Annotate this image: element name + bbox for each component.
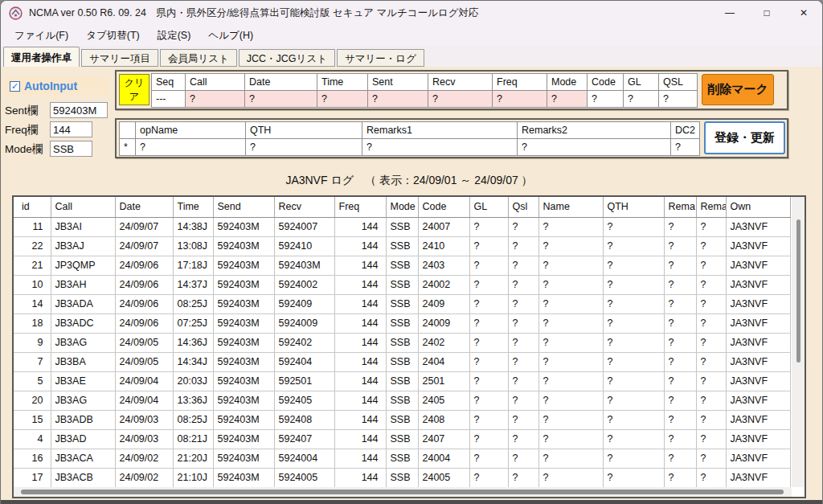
entry-col-freq: Freq bbox=[493, 74, 547, 91]
log-column-header-7[interactable]: Mode bbox=[386, 197, 418, 217]
log-caption: JA3NVF ログ （ 表示：24/09/01 ～ 24/09/07 ） bbox=[1, 174, 817, 188]
entry-cell-gl[interactable]: ? bbox=[624, 91, 659, 108]
detail-cell-dc2[interactable]: ? bbox=[671, 139, 700, 156]
detail-cell-remarks2[interactable]: ? bbox=[518, 139, 671, 156]
app-icon bbox=[9, 6, 23, 20]
detail-value-row: * ? ? ? ? ? bbox=[120, 139, 700, 156]
log-column-header-12[interactable]: QTH bbox=[603, 197, 664, 217]
window-close-button[interactable]: ✕ bbox=[785, 1, 822, 25]
table-row[interactable]: 14JB3ADA24/09/0608:25J592403M592409144SS… bbox=[14, 294, 790, 313]
log-column-header-5[interactable]: Recv bbox=[274, 197, 334, 217]
entry-col-qsl: QSL bbox=[659, 74, 698, 91]
delete-mark-button[interactable]: 削除マーク bbox=[702, 74, 774, 105]
log-column-header-2[interactable]: Date bbox=[115, 197, 173, 217]
freq-field-label: Freq欄 bbox=[5, 123, 38, 137]
freq-field-input[interactable] bbox=[50, 121, 92, 137]
sent-field-input[interactable] bbox=[50, 102, 108, 118]
menu-item-1[interactable]: タブ切替(T) bbox=[77, 26, 149, 46]
entry-col-date: Date bbox=[245, 74, 317, 91]
detail-col-marker bbox=[120, 122, 136, 139]
entry-col-code: Code bbox=[588, 74, 624, 91]
log-column-header-10[interactable]: Qsl bbox=[508, 197, 538, 217]
entry-col-time: Time bbox=[317, 74, 368, 91]
qso-entry-table: Seq Call Date Time Sent Recv Freq Mode C… bbox=[151, 73, 698, 108]
entry-cell-freq[interactable]: ? bbox=[493, 91, 547, 108]
tab-3[interactable]: JCC・JCGリスト bbox=[239, 49, 335, 67]
menu-item-0[interactable]: ファイル(F) bbox=[6, 26, 77, 46]
title-bar: NCMA ver 0.50 R6. 09. 24 県内・県外区分/総得点算出可能… bbox=[1, 1, 822, 25]
entry-cell-call[interactable]: ? bbox=[186, 91, 245, 108]
entry-col-recv: Recv bbox=[428, 74, 493, 91]
clear-button[interactable]: クリア bbox=[119, 74, 149, 105]
horizontal-scrollbar[interactable] bbox=[14, 487, 792, 497]
autoinput-toggle[interactable]: ✓ AutoInput bbox=[6, 77, 109, 95]
table-row[interactable]: 18JB3ADC24/09/0607:25J592403M5924009144S… bbox=[14, 313, 790, 333]
entry-col-gl: GL bbox=[624, 74, 659, 91]
log-column-header-1[interactable]: Call bbox=[51, 197, 115, 217]
detail-header-row: opName QTH Remarks1 Remarks2 DC2 bbox=[120, 122, 700, 139]
log-column-header-0[interactable]: id bbox=[14, 197, 51, 217]
app-window: NCMA ver 0.50 R6. 09. 24 県内・県外区分/総得点算出可能… bbox=[0, 0, 823, 504]
vertical-scrollbar[interactable] bbox=[792, 197, 805, 487]
table-row[interactable]: 16JB3ACA24/09/0221:20J592403M5924004144S… bbox=[14, 449, 790, 468]
autoinput-checkbox[interactable]: ✓ bbox=[10, 81, 20, 92]
table-row[interactable]: 10JB3AH24/09/0614:37J592403M5924002144SS… bbox=[14, 275, 790, 294]
table-row[interactable]: 5JB3AE24/09/0420:03J592403M592501144SSB2… bbox=[14, 371, 790, 391]
entry-cell-mode[interactable]: ? bbox=[547, 91, 588, 108]
detail-col-opname: opName bbox=[136, 122, 246, 139]
tab-4[interactable]: サマリー・ログ bbox=[337, 49, 424, 67]
register-update-button[interactable]: 登録・更新 bbox=[704, 121, 785, 154]
window-maximize-button[interactable]: □ bbox=[748, 1, 785, 25]
table-row[interactable]: 22JB3AJ24/09/0713:08J592403M592410144SSB… bbox=[14, 236, 790, 256]
entry-cell-qsl[interactable]: ? bbox=[659, 91, 698, 108]
log-column-header-6[interactable]: Freq bbox=[334, 197, 386, 217]
entry-cell-date[interactable]: ? bbox=[245, 91, 317, 108]
menu-item-3[interactable]: ヘルプ(H) bbox=[199, 26, 262, 46]
entry-cell-code[interactable]: ? bbox=[588, 91, 624, 108]
horizontal-scrollbar-thumb[interactable] bbox=[21, 490, 784, 494]
entry-col-sent: Sent bbox=[368, 74, 428, 91]
log-table: idCallDateTimeSendRecvFreqModeCodeGLQslN… bbox=[14, 197, 791, 491]
log-table-body: 11JB3AI24/09/0714:38J592403M5924007144SS… bbox=[14, 217, 790, 491]
row-marker: * bbox=[120, 139, 136, 156]
entry-cell-recv[interactable]: ? bbox=[428, 91, 493, 108]
entry-col-mode: Mode bbox=[547, 74, 588, 91]
log-table-frame: idCallDateTimeSendRecvFreqModeCodeGLQslN… bbox=[12, 195, 806, 498]
log-table-header-row: idCallDateTimeSendRecvFreqModeCodeGLQslN… bbox=[14, 197, 790, 217]
table-row[interactable]: 15JB3ADB24/09/0308:25J592403M592408144SS… bbox=[14, 410, 790, 429]
entry-cell-sent[interactable]: ? bbox=[368, 91, 428, 108]
detail-col-qth: QTH bbox=[246, 122, 362, 139]
tab-2[interactable]: 会員局リスト bbox=[160, 49, 237, 67]
entry-value-row: --- ? ? ? ? ? ? ? ? ? ? bbox=[152, 91, 698, 108]
menu-item-2[interactable]: 設定(S) bbox=[149, 26, 200, 46]
detail-cell-opname[interactable]: ? bbox=[136, 139, 246, 156]
table-row[interactable]: 21JP3QMP24/09/0617:18J592403M592403M144S… bbox=[14, 256, 790, 275]
entry-cell-seq[interactable]: --- bbox=[152, 91, 186, 108]
detail-col-remarks1: Remarks1 bbox=[362, 122, 518, 139]
log-column-header-8[interactable]: Code bbox=[418, 197, 469, 217]
entry-cell-time[interactable]: ? bbox=[317, 91, 368, 108]
table-row[interactable]: 11JB3AI24/09/0714:38J592403M5924007144SS… bbox=[14, 217, 790, 236]
log-column-header-14[interactable]: Rema bbox=[696, 197, 726, 217]
log-column-header-4[interactable]: Send bbox=[213, 197, 274, 217]
log-column-header-11[interactable]: Name bbox=[538, 197, 603, 217]
detail-cell-qth[interactable]: ? bbox=[246, 139, 362, 156]
detail-col-dc2: DC2 bbox=[671, 122, 700, 139]
window-minimize-button[interactable]: — bbox=[711, 1, 748, 25]
log-column-header-15[interactable]: Own bbox=[726, 197, 790, 217]
log-column-header-9[interactable]: GL bbox=[469, 197, 508, 217]
detail-col-remarks2: Remarks2 bbox=[518, 122, 671, 139]
detail-cell-remarks1[interactable]: ? bbox=[362, 139, 518, 156]
qso-detail-table: opName QTH Remarks1 Remarks2 DC2 * ? ? ?… bbox=[119, 121, 700, 156]
table-row[interactable]: 20JB3AG24/09/0413:36J592403M592405144SSB… bbox=[14, 391, 790, 410]
table-row[interactable]: 7JB3BA24/09/0514:34J592403M592404144SSB2… bbox=[14, 352, 790, 371]
log-column-header-13[interactable]: Rema bbox=[664, 197, 696, 217]
mode-field-input[interactable] bbox=[50, 141, 92, 157]
table-row[interactable]: 9JB3AG24/09/0514:36J592403M592402144SSB2… bbox=[14, 333, 790, 352]
tab-1[interactable]: サマリー項目 bbox=[81, 49, 158, 67]
log-column-header-3[interactable]: Time bbox=[173, 197, 213, 217]
tab-0[interactable]: 運用者操作卓 bbox=[3, 47, 80, 67]
vertical-scrollbar-thumb[interactable] bbox=[796, 219, 800, 363]
table-row[interactable]: 4JB3AD24/09/0308:21J592403M592407144SSB2… bbox=[14, 429, 790, 449]
table-row[interactable]: 17JB3ACB24/09/0221:10J592403M5924005144S… bbox=[14, 468, 790, 487]
